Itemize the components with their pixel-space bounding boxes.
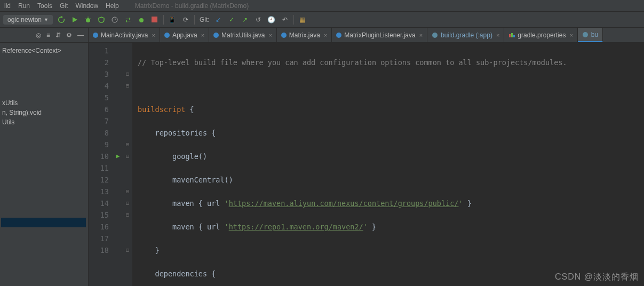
git-clock-icon[interactable]: 🕘 [267, 15, 276, 25]
gradle-icon [432, 32, 438, 38]
menu-tools[interactable]: Tools [35, 2, 54, 10]
svg-rect-10 [513, 35, 515, 37]
git-rollback-icon[interactable]: ↶ [280, 15, 290, 25]
profile-icon[interactable] [110, 15, 120, 25]
code-editor[interactable]: 123456789101112131415161718 ▶ ⊟⊟⊟⊟⊟⊟⊟⊟ /… [89, 43, 644, 286]
menu-window[interactable]: Window [73, 2, 100, 10]
run-config-dropdown[interactable]: ogic newton ▼ [3, 15, 53, 25]
editor-tabs: MainActivity.java× App.java× MatrixUtils… [89, 28, 644, 43]
collapse-icon[interactable]: ⇵ [55, 31, 61, 39]
main-toolbar: ogic newton ▼ ⇄ 📱 ⟳ Git: ↙ ✓ ↗ ↺ 🕘 ↶ ▦ [0, 12, 644, 28]
svg-rect-9 [511, 33, 513, 37]
run-icon[interactable] [70, 15, 79, 25]
gradle-icon [582, 31, 589, 38]
tab-mainactivity[interactable]: MainActivity.java× [89, 28, 160, 42]
java-icon [93, 33, 98, 38]
java-icon [213, 33, 219, 38]
svg-point-11 [583, 32, 588, 37]
git-commit-icon[interactable]: ✓ [227, 15, 236, 25]
tree-node[interactable]: Utils [1, 117, 86, 127]
attach-debugger-icon[interactable] [137, 15, 146, 25]
svg-rect-6 [152, 17, 157, 22]
java-icon [164, 33, 170, 38]
chevron-down-icon: ▼ [44, 17, 49, 22]
hide-icon[interactable]: — [77, 31, 84, 39]
git-history-icon[interactable]: ↺ [253, 15, 263, 25]
git-label: Git: [200, 16, 210, 23]
tab-matrixutils[interactable]: MatrixUtils.java× [209, 28, 277, 42]
structure-panel: ◎ ≡ ⇵ ⚙ — Reference<Context> xUtils n, S… [0, 28, 89, 286]
svg-point-7 [432, 33, 438, 38]
tab-build-gradle-project[interactable]: bu [578, 28, 603, 42]
svg-rect-8 [509, 34, 511, 37]
svg-point-5 [139, 18, 144, 22]
close-icon[interactable]: × [419, 32, 423, 38]
layouts-icon[interactable]: ▦ [298, 15, 307, 25]
menu-build[interactable]: ild [2, 2, 13, 10]
separator [163, 15, 164, 25]
stop-icon[interactable] [150, 15, 160, 25]
run-config-label: ogic newton [7, 16, 42, 23]
sync-icon[interactable]: ⟳ [181, 15, 190, 25]
java-icon [281, 33, 287, 38]
structure-tree[interactable]: Reference<Context> xUtils n, String):voi… [0, 43, 88, 227]
close-icon[interactable]: × [268, 32, 272, 38]
window-title: MatrixDemo - build.gradle (MatrixDemo) [135, 2, 249, 10]
menu-git[interactable]: Git [58, 2, 70, 10]
run-gutter[interactable]: ▶ [113, 43, 123, 286]
tab-build-gradle-app[interactable]: build.gradle (:app)× [427, 28, 504, 42]
menu-bar: ild Run Tools Git Window Help MatrixDemo… [0, 0, 644, 12]
svg-line-3 [90, 19, 91, 19]
menu-help[interactable]: Help [104, 2, 121, 10]
code-area[interactable]: // Top-level build file where you can ad… [132, 43, 644, 286]
coverage-icon[interactable] [97, 15, 106, 25]
device-manager-icon[interactable]: 📱 [168, 15, 177, 25]
gear-icon[interactable]: ⚙ [66, 31, 72, 39]
fold-gutter[interactable]: ⊟⊟⊟⊟⊟⊟⊟⊟ [123, 43, 132, 286]
svg-point-0 [86, 18, 90, 22]
debug-icon[interactable] [83, 15, 93, 25]
tree-node-selected[interactable] [1, 218, 86, 227]
close-icon[interactable]: × [324, 32, 327, 38]
tab-matrix[interactable]: Matrix.java× [277, 28, 332, 42]
git-push-icon[interactable]: ↗ [240, 15, 250, 25]
attach-icon[interactable]: ⇄ [123, 15, 133, 25]
expand-icon[interactable]: ≡ [46, 31, 50, 39]
separator [194, 15, 195, 25]
properties-icon [508, 32, 515, 38]
separator [293, 15, 294, 25]
tab-app[interactable]: App.java× [160, 28, 209, 42]
git-update-icon[interactable]: ↙ [213, 15, 223, 25]
svg-line-2 [85, 19, 86, 19]
tab-matrixpluginlistener[interactable]: MatrixPluginListener.java× [332, 28, 427, 42]
java-icon [336, 33, 341, 38]
reload-icon[interactable] [57, 15, 66, 25]
line-number-gutter: 123456789101112131415161718 [89, 43, 113, 286]
tab-gradle-properties[interactable]: gradle.properties× [504, 28, 578, 42]
close-icon[interactable]: × [569, 32, 573, 38]
close-icon[interactable]: × [152, 32, 155, 38]
close-icon[interactable]: × [201, 32, 204, 38]
tree-node[interactable]: Reference<Context> [1, 46, 86, 55]
menu-run[interactable]: Run [16, 2, 32, 10]
close-icon[interactable]: × [496, 32, 499, 38]
tree-node[interactable]: xUtils [1, 98, 86, 108]
structure-toolbar: ◎ ≡ ⇵ ⚙ — [0, 28, 88, 43]
tree-node[interactable]: n, String):void [1, 108, 86, 117]
target-icon[interactable]: ◎ [36, 31, 41, 39]
